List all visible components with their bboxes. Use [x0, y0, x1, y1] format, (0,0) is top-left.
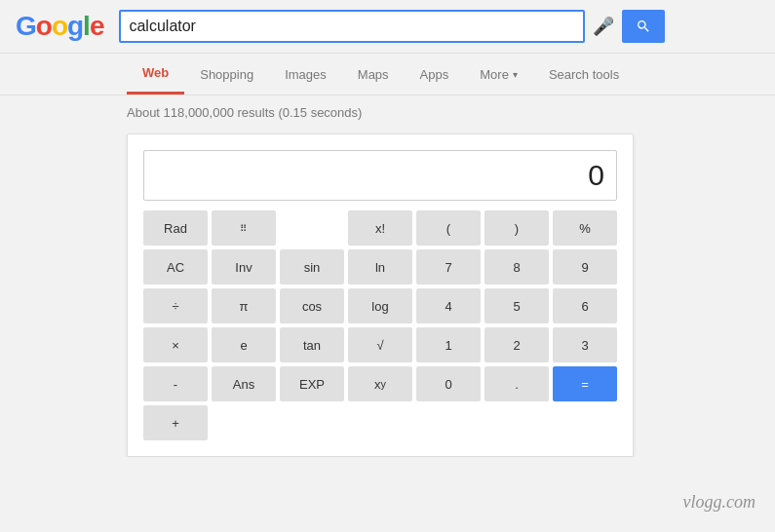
calculator: 0 Rad ⠿ x! ( ) % AC Inv sin ln 7 8 9 ÷ π…: [127, 133, 634, 457]
nav-item-apps[interactable]: Apps: [405, 56, 465, 94]
calc-btn-eight[interactable]: 8: [484, 249, 549, 285]
calc-btn-exp[interactable]: EXP: [280, 366, 344, 401]
calc-btn-cos[interactable]: cos: [280, 288, 344, 323]
calc-buttons: Rad ⠿ x! ( ) % AC Inv sin ln 7 8 9 ÷ π c…: [143, 210, 617, 440]
calc-btn-four[interactable]: 4: [416, 288, 481, 323]
calc-btn-pi[interactable]: π: [212, 288, 276, 323]
logo-o1: o: [36, 11, 52, 41]
logo-e: e: [90, 11, 104, 41]
calc-btn-subtract[interactable]: -: [143, 366, 208, 401]
search-icon: [636, 19, 651, 34]
calc-btn-sqrt[interactable]: √: [348, 327, 412, 362]
calc-btn-three[interactable]: 3: [553, 327, 617, 362]
calc-btn-two[interactable]: 2: [484, 327, 549, 362]
calc-btn-tan[interactable]: tan: [280, 327, 344, 362]
nav-item-search-tools[interactable]: Search tools: [533, 56, 635, 94]
calc-btn-ans[interactable]: Ans: [212, 366, 276, 401]
calc-btn-percent[interactable]: %: [553, 210, 617, 246]
logo-o2: o: [52, 11, 67, 41]
calc-btn-ln[interactable]: ln: [348, 249, 412, 285]
calc-btn-power[interactable]: xy: [348, 366, 412, 401]
search-input[interactable]: [129, 18, 575, 35]
calc-btn-rad[interactable]: Rad: [143, 210, 208, 246]
calc-btn-seven[interactable]: 7: [416, 249, 481, 285]
calc-btn-close-paren[interactable]: ): [484, 210, 549, 246]
calc-display: 0: [143, 150, 617, 201]
calc-btn-five[interactable]: 5: [484, 288, 549, 323]
search-input-container: [119, 10, 585, 43]
nav-item-images[interactable]: Images: [269, 56, 342, 94]
calc-btn-multiply[interactable]: ×: [143, 327, 208, 362]
google-logo: Google: [16, 11, 103, 42]
calc-btn-log[interactable]: log: [348, 288, 412, 323]
search-button[interactable]: [622, 10, 665, 43]
calc-btn-divide[interactable]: ÷: [143, 288, 208, 323]
calc-btn-empty: [280, 210, 344, 246]
logo-g2: g: [67, 11, 83, 41]
calc-btn-add[interactable]: +: [143, 405, 208, 440]
logo-l: l: [83, 11, 90, 41]
header: Google 🎤: [0, 0, 775, 54]
calc-btn-sin[interactable]: sin: [280, 249, 344, 285]
calc-btn-clear[interactable]: AC: [143, 249, 208, 285]
calc-btn-open-paren[interactable]: (: [416, 210, 481, 246]
calc-btn-inv[interactable]: Inv: [212, 249, 276, 285]
nav-bar: Web Shopping Images Maps Apps More ▾ Sea…: [0, 54, 775, 95]
calc-btn-equals[interactable]: =: [553, 366, 617, 401]
calc-btn-decimal[interactable]: .: [484, 366, 549, 401]
nav-item-maps[interactable]: Maps: [342, 56, 405, 94]
nav-item-web[interactable]: Web: [127, 54, 184, 95]
more-dropdown-arrow: ▾: [513, 69, 518, 80]
calc-btn-grid[interactable]: ⠿: [212, 210, 276, 246]
calc-btn-one[interactable]: 1: [416, 327, 481, 362]
mic-icon[interactable]: 🎤: [593, 16, 614, 37]
calc-btn-six[interactable]: 6: [553, 288, 617, 323]
logo-g: G: [16, 11, 36, 41]
nav-item-shopping[interactable]: Shopping: [184, 56, 269, 94]
calc-btn-factorial[interactable]: x!: [348, 210, 412, 246]
results-text: About 118,000,000 results (0.15 seconds): [127, 105, 362, 120]
nav-item-more[interactable]: More ▾: [464, 56, 533, 94]
search-bar: 🎤: [119, 10, 665, 43]
results-info: About 118,000,000 results (0.15 seconds): [0, 95, 775, 130]
calc-btn-zero[interactable]: 0: [416, 366, 481, 401]
calc-btn-euler[interactable]: e: [212, 327, 276, 362]
calc-btn-nine[interactable]: 9: [553, 249, 617, 285]
